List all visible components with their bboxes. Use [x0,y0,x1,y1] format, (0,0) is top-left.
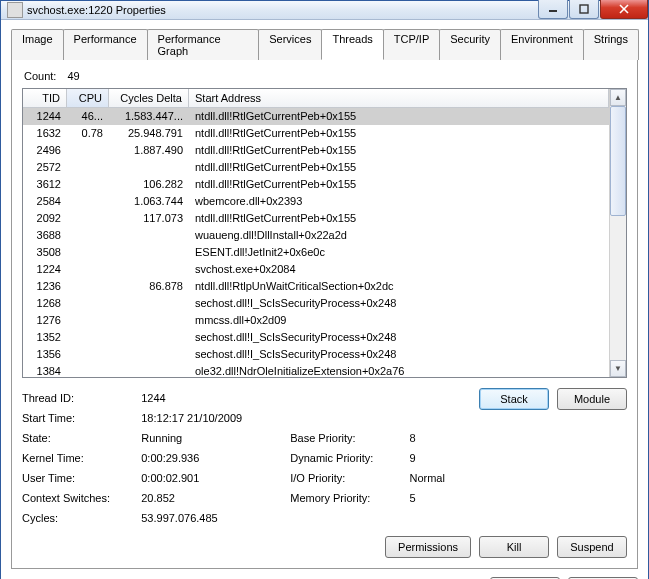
value-context-switches: 20.852 [141,488,290,508]
cell-cyc [109,295,189,312]
table-row[interactable]: 3612106.282ntdll.dll!RtlGetCurrentPeb+0x… [23,176,609,193]
close-button[interactable] [600,0,648,19]
tab-image[interactable]: Image [11,29,64,60]
module-button[interactable]: Module [557,388,627,410]
cell-cyc [109,244,189,261]
tab-performance[interactable]: Performance [63,29,148,60]
label-kernel-time: Kernel Time: [22,448,141,468]
tab-strings[interactable]: Strings [583,29,639,60]
cell-cpu [67,261,109,278]
table-row[interactable]: 3508ESENT.dll!JetInit2+0x6e0c [23,244,609,261]
table-row[interactable]: 123686.878ntdll.dll!RtlpUnWaitCriticalSe… [23,278,609,295]
cell-cpu [67,142,109,159]
cell-cpu [67,176,109,193]
value-cycles: 53.997.076.485 [141,508,290,528]
cell-tid: 1276 [23,312,67,329]
cell-cpu [67,227,109,244]
maximize-button[interactable] [569,0,599,19]
cell-tid: 3612 [23,176,67,193]
tab-performance-graph[interactable]: Performance Graph [147,29,260,60]
col-start-address[interactable]: Start Address [189,89,609,107]
cell-cpu [67,159,109,176]
kill-button[interactable]: Kill [479,536,549,558]
cell-cyc [109,159,189,176]
cell-cyc: 86.878 [109,278,189,295]
suspend-button[interactable]: Suspend [557,536,627,558]
col-cycles-delta[interactable]: Cycles Delta [109,89,189,107]
cell-cyc [109,312,189,329]
vertical-scrollbar[interactable]: ▲ ▼ [609,89,626,377]
cell-cyc: 117.073 [109,210,189,227]
col-cpu[interactable]: CPU [67,89,109,107]
table-row[interactable]: 25841.063.744wbemcore.dll+0x2393 [23,193,609,210]
table-row[interactable]: 2572ntdll.dll!RtlGetCurrentPeb+0x155 [23,159,609,176]
svg-rect-1 [580,5,588,13]
tab-threads[interactable]: Threads [321,29,383,60]
cell-cyc [109,261,189,278]
scroll-thumb[interactable] [610,106,626,216]
table-row[interactable]: 1384ole32.dll!NdrOleInitializeExtension+… [23,363,609,377]
properties-window: svchost.exe:1220 Properties Image Perfor… [0,0,649,579]
scroll-up-button[interactable]: ▲ [610,89,626,106]
tab-environment[interactable]: Environment [500,29,584,60]
cell-tid: 1384 [23,363,67,377]
cell-tid: 2584 [23,193,67,210]
cell-addr: wuaueng.dll!DllInstall+0x22a2d [189,227,609,244]
col-tid[interactable]: TID [23,89,67,107]
label-base-priority: Base Priority: [290,428,409,448]
cell-tid: 1356 [23,346,67,363]
value-state: Running [141,428,290,448]
cell-addr: ESENT.dll!JetInit2+0x6e0c [189,244,609,261]
table-row[interactable]: 1268sechost.dll!I_ScIsSecurityProcess+0x… [23,295,609,312]
value-memory-priority: 5 [409,488,479,508]
cell-cpu [67,312,109,329]
maximize-icon [579,4,589,14]
cell-addr: sechost.dll!I_ScIsSecurityProcess+0x248 [189,295,609,312]
stack-button[interactable]: Stack [479,388,549,410]
titlebar[interactable]: svchost.exe:1220 Properties [1,1,648,20]
table-row[interactable]: 1352sechost.dll!I_ScIsSecurityProcess+0x… [23,329,609,346]
cell-cyc [109,363,189,377]
threads-tab-body: Count: 49 TID CPU Cycles Delta Start Add… [11,60,638,569]
cell-addr: sechost.dll!I_ScIsSecurityProcess+0x248 [189,346,609,363]
table-row[interactable]: 3688wuaueng.dll!DllInstall+0x22a2d [23,227,609,244]
table-row[interactable]: 124446...1.583.447...ntdll.dll!RtlGetCur… [23,108,609,125]
tab-security[interactable]: Security [439,29,501,60]
value-kernel-time: 0:00:29.936 [141,448,290,468]
table-row[interactable]: 1224svchost.exe+0x2084 [23,261,609,278]
table-row[interactable]: 24961.887.490ntdll.dll!RtlGetCurrentPeb+… [23,142,609,159]
permissions-button[interactable]: Permissions [385,536,471,558]
label-start-time: Start Time: [22,408,141,428]
cell-tid: 1268 [23,295,67,312]
cell-addr: wbemcore.dll+0x2393 [189,193,609,210]
cell-tid: 1632 [23,125,67,142]
table-row[interactable]: 1356sechost.dll!I_ScIsSecurityProcess+0x… [23,346,609,363]
table-row[interactable]: 16320.7825.948.791ntdll.dll!RtlGetCurren… [23,125,609,142]
cell-addr: ntdll.dll!RtlGetCurrentPeb+0x155 [189,108,609,125]
cell-cpu [67,363,109,377]
cell-addr: sechost.dll!I_ScIsSecurityProcess+0x248 [189,329,609,346]
cell-cyc: 1.063.744 [109,193,189,210]
table-row[interactable]: 2092117.073ntdll.dll!RtlGetCurrentPeb+0x… [23,210,609,227]
value-io-priority: Normal [409,468,479,488]
cell-addr: ntdll.dll!RtlGetCurrentPeb+0x155 [189,142,609,159]
label-dynamic-priority: Dynamic Priority: [290,448,409,468]
cell-addr: ntdll.dll!RtlGetCurrentPeb+0x155 [189,125,609,142]
cell-addr: ntdll.dll!RtlpUnWaitCriticalSection+0x2d… [189,278,609,295]
scroll-down-button[interactable]: ▼ [610,360,626,377]
label-context-switches: Context Switches: [22,488,141,508]
table-row[interactable]: 1276mmcss.dll+0x2d09 [23,312,609,329]
table-body[interactable]: 124446...1.583.447...ntdll.dll!RtlGetCur… [23,108,609,377]
window-title: svchost.exe:1220 Properties [27,4,538,16]
tab-services[interactable]: Services [258,29,322,60]
scroll-track[interactable] [610,106,626,360]
minimize-button[interactable] [538,0,568,19]
cell-cpu [67,278,109,295]
cell-addr: ntdll.dll!RtlGetCurrentPeb+0x155 [189,159,609,176]
cell-tid: 2572 [23,159,67,176]
cell-cyc [109,346,189,363]
count-label: Count: [24,70,56,82]
value-base-priority: 8 [409,428,479,448]
tab-tcpip[interactable]: TCP/IP [383,29,440,60]
value-thread-id: 1244 [141,388,290,408]
